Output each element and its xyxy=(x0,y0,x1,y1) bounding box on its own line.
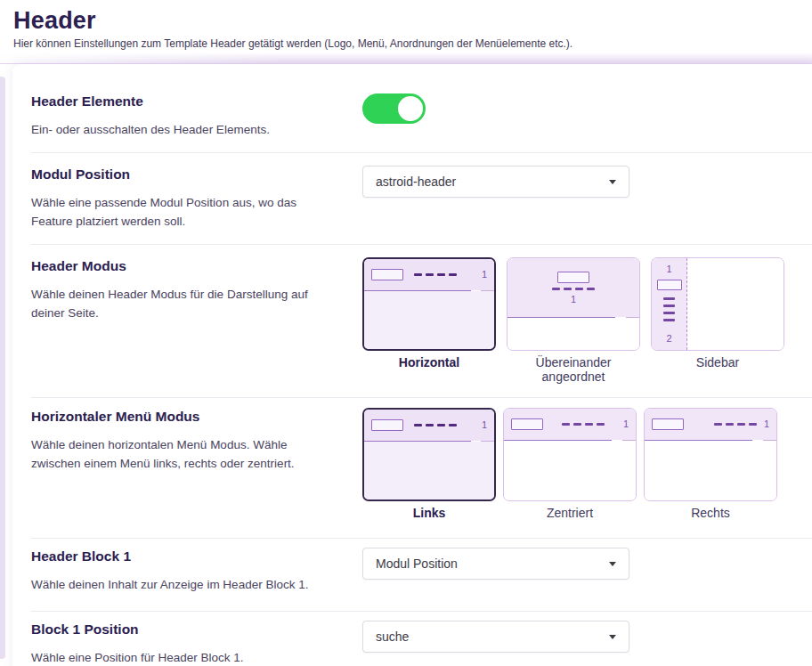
preview-sidebar: 1 2 xyxy=(651,257,784,351)
menu-dashes-icon xyxy=(562,423,605,426)
header-elements-description: Ein- oder ausschalten des Header Element… xyxy=(31,120,325,139)
menu-dashes-icon xyxy=(552,288,595,290)
menu-mode-option-center[interactable]: 1 Zentriert xyxy=(503,408,637,520)
header-block-1-description: Wähle deinen Inhalt zur Anzeige im Heade… xyxy=(31,575,325,594)
header-mode-option-stacked[interactable]: 1 Übereinander angeordnet xyxy=(507,257,640,384)
block-1-position-description: Wähle eine Position für Header Block 1. xyxy=(31,648,325,666)
preview-horizontal: 1 xyxy=(362,257,496,351)
header-mode-option-horizontal[interactable]: 1 Horizontal xyxy=(362,257,496,384)
scroll-strip[interactable] xyxy=(0,77,5,659)
option-label: Horizontal xyxy=(362,355,496,370)
header-elements-toggle[interactable] xyxy=(362,93,426,124)
menu-mode-option-left[interactable]: 1 Links xyxy=(362,408,496,520)
page-title: Header xyxy=(13,7,798,34)
block-badge: 1 xyxy=(482,270,487,280)
section-menu-mode: Horizontaler Menü Modus Wähle deinen hor… xyxy=(12,397,812,538)
block-1-position-label: Block 1 Position xyxy=(31,621,362,638)
logo-placeholder-icon xyxy=(371,419,403,431)
section-header-mode: Header Modus Wähle deinen Header Modus f… xyxy=(12,244,812,397)
option-label: Rechts xyxy=(644,506,777,520)
preview-stacked: 1 xyxy=(507,257,640,351)
block-badge: 1 xyxy=(764,419,769,429)
section-block-1-position: Block 1 Position Wähle eine Position für… xyxy=(12,611,812,666)
header-divider-band xyxy=(0,53,812,64)
option-label: Übereinander angeordnet xyxy=(507,355,640,384)
toggle-knob xyxy=(398,96,423,121)
menu-dashes-icon xyxy=(414,424,457,426)
menu-mode-option-right[interactable]: 1 Rechts xyxy=(644,408,777,520)
header-elements-label: Header Elemente xyxy=(31,93,362,110)
header-block-1-select[interactable]: Modul Position xyxy=(362,548,629,580)
option-label: Zentriert xyxy=(503,506,637,520)
menu-mode-description: Wähle deinen horizontalen Menü Modus. Wä… xyxy=(31,435,325,473)
settings-card: Header Elemente Ein- oder ausschalten de… xyxy=(12,64,812,666)
preview-menu-left: 1 xyxy=(362,408,496,501)
section-header-elements: Header Elemente Ein- oder ausschalten de… xyxy=(12,64,812,152)
option-label: Links xyxy=(362,506,496,520)
option-label: Sidebar xyxy=(651,355,784,370)
module-position-value: astroid-header xyxy=(376,175,456,189)
section-header-block-1: Header Block 1 Wähle deinen Inhalt zur A… xyxy=(12,538,812,611)
page-header: Header Hier können Einstellungen zum Tem… xyxy=(0,0,812,50)
block-badge: 1 xyxy=(482,420,487,430)
chevron-down-icon xyxy=(609,562,616,566)
block-badge-bottom: 2 xyxy=(666,334,671,344)
menu-mode-label: Horizontaler Menü Modus xyxy=(31,408,362,425)
header-mode-label: Header Modus xyxy=(31,257,362,274)
module-position-description: Wähle eine passende Modul Position aus, … xyxy=(31,193,325,231)
chevron-down-icon xyxy=(609,635,616,639)
logo-placeholder-icon xyxy=(657,280,682,290)
menu-dashes-icon xyxy=(714,423,757,426)
block-badge-top: 1 xyxy=(666,264,671,274)
header-block-1-label: Header Block 1 xyxy=(31,548,362,564)
block-badge: 1 xyxy=(571,295,576,305)
module-position-select[interactable]: astroid-header xyxy=(362,166,629,198)
section-module-position: Modul Position Wähle eine passende Modul… xyxy=(12,152,812,244)
chevron-down-icon xyxy=(609,180,616,184)
preview-menu-right: 1 xyxy=(644,408,777,501)
preview-menu-center: 1 xyxy=(503,408,637,501)
module-position-label: Modul Position xyxy=(31,166,362,183)
menu-dashes-vertical-icon xyxy=(663,297,675,321)
logo-placeholder-icon xyxy=(557,272,589,283)
block-badge: 1 xyxy=(623,419,629,429)
logo-placeholder-icon xyxy=(652,418,684,430)
header-mode-option-sidebar[interactable]: 1 2 Sidebar xyxy=(651,257,784,384)
logo-placeholder-icon xyxy=(511,418,543,430)
menu-dashes-icon xyxy=(414,273,457,276)
header-block-1-value: Modul Position xyxy=(376,556,458,571)
logo-placeholder-icon xyxy=(371,269,403,280)
header-mode-description: Wähle deinen Header Modus für die Darste… xyxy=(31,285,325,322)
block-1-position-value: suche xyxy=(376,629,409,644)
block-1-position-select[interactable]: suche xyxy=(362,621,629,653)
page-subtitle: Hier können Einstellungen zum Template H… xyxy=(13,37,798,50)
